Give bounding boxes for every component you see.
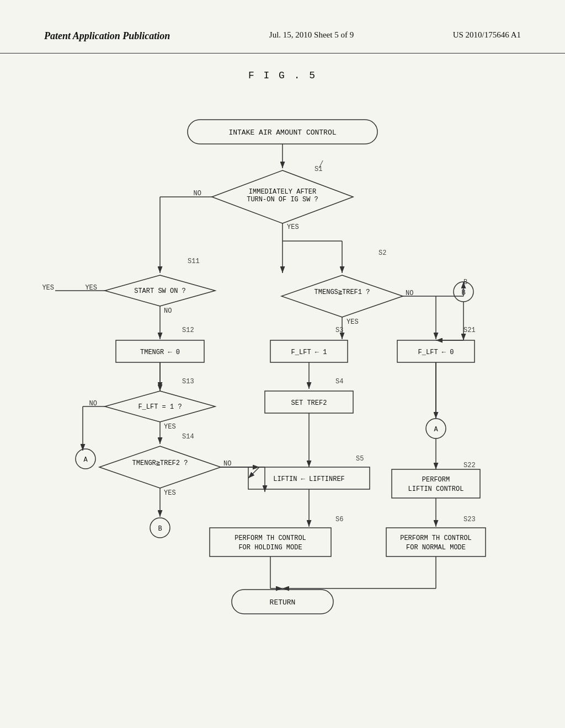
svg-text:FOR HOLDING MODE: FOR HOLDING MODE <box>238 544 302 552</box>
svg-text:LIFTIN ← LIFTINREF: LIFTIN ← LIFTINREF <box>273 475 345 483</box>
svg-text:S2: S2 <box>379 249 386 257</box>
svg-text:S12: S12 <box>182 326 194 334</box>
svg-text:S13: S13 <box>182 378 194 386</box>
svg-text:YES: YES <box>347 318 359 326</box>
diagram-container: INTAKE AIR AMOUNT CONTROL S1 ╱ IMMEDIATE… <box>0 81 565 704</box>
svg-text:╱: ╱ <box>318 160 323 169</box>
flowchart-svg: INTAKE AIR AMOUNT CONTROL S1 ╱ IMMEDIATE… <box>0 81 565 704</box>
header-left: Patent Application Publication <box>44 30 170 42</box>
header: Patent Application Publication Jul. 15, … <box>0 0 565 53</box>
svg-rect-85 <box>210 528 331 556</box>
svg-text:S22: S22 <box>463 462 476 469</box>
svg-text:F_LFT ← 0: F_LFT ← 0 <box>418 349 454 356</box>
svg-text:S14: S14 <box>182 433 194 441</box>
svg-text:F_LFT ← 1: F_LFT ← 1 <box>291 349 327 356</box>
svg-text:S23: S23 <box>463 516 476 523</box>
svg-text:TMENGR ← 0: TMENGR ← 0 <box>140 349 180 356</box>
svg-text:S5: S5 <box>356 455 364 463</box>
svg-text:PERFORM TH CONTROL: PERFORM TH CONTROL <box>400 534 472 542</box>
svg-text:S3: S3 <box>335 326 343 334</box>
svg-text:YES: YES <box>42 284 54 292</box>
svg-text:YES: YES <box>164 423 176 431</box>
svg-text:YES: YES <box>287 223 299 231</box>
svg-text:NO: NO <box>223 460 231 468</box>
figure-title: F I G . 5 <box>0 70 565 81</box>
svg-text:INTAKE AIR AMOUNT CONTROL: INTAKE AIR AMOUNT CONTROL <box>228 129 336 137</box>
svg-text:PERFORM TH CONTROL: PERFORM TH CONTROL <box>234 534 306 542</box>
page: Patent Application Publication Jul. 15, … <box>0 0 565 728</box>
svg-text:S4: S4 <box>335 378 343 386</box>
svg-text:S6: S6 <box>335 516 343 523</box>
header-center: Jul. 15, 2010 Sheet 5 of 9 <box>269 30 354 40</box>
svg-text:RETURN: RETURN <box>270 598 296 607</box>
svg-text:NO: NO <box>164 307 172 315</box>
svg-text:A: A <box>434 426 438 433</box>
svg-marker-61 <box>99 446 221 488</box>
svg-text:LIFTIN CONTROL: LIFTIN CONTROL <box>408 485 464 493</box>
svg-text:IMMEDIATELY AFTER: IMMEDIATELY AFTER <box>249 188 316 196</box>
header-right: US 2010/175646 A1 <box>453 30 521 40</box>
svg-text:F_LFT = 1 ?: F_LFT = 1 ? <box>138 403 182 411</box>
svg-marker-18 <box>281 275 403 317</box>
svg-text:SET TREF2: SET TREF2 <box>291 399 327 407</box>
svg-text:S11: S11 <box>188 258 200 265</box>
svg-text:NO: NO <box>194 190 201 197</box>
svg-rect-89 <box>386 528 486 556</box>
svg-text:A: A <box>83 456 88 464</box>
svg-rect-80 <box>392 469 480 498</box>
svg-line-104 <box>248 467 259 478</box>
svg-text:TMENGS≧TREF1 ?: TMENGS≧TREF1 ? <box>315 288 370 296</box>
svg-text:TURN-ON OF IG SW ?: TURN-ON OF IG SW ? <box>247 196 318 204</box>
svg-text:B: B <box>158 525 162 533</box>
svg-text:FOR NORMAL MODE: FOR NORMAL MODE <box>406 544 466 552</box>
svg-text:START SW ON ?: START SW ON ? <box>134 287 186 295</box>
svg-text:TMENGR≧TREF2 ?: TMENGR≧TREF2 ? <box>132 459 188 467</box>
svg-text:PERFORM: PERFORM <box>422 476 450 484</box>
svg-text:YES: YES <box>164 489 176 497</box>
svg-text:S21: S21 <box>463 326 476 334</box>
